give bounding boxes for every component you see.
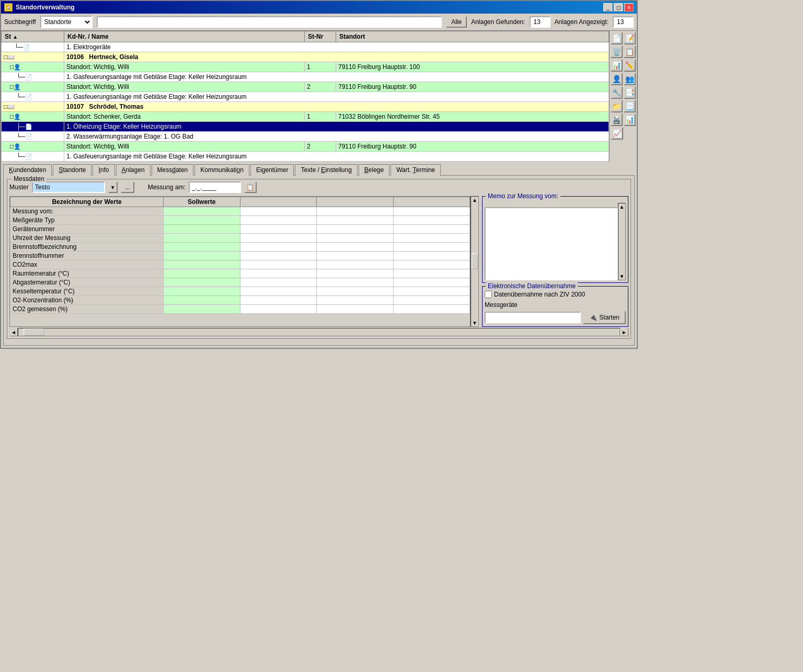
toolbar-btn-1[interactable]: 📄	[611, 32, 623, 44]
toolbar-btn-3[interactable]: 🗑️	[611, 45, 623, 58]
toolbar-btn-14[interactable]: 📊	[624, 113, 636, 126]
tabs-container: Kundendaten Standorte Info Anlagen Messd…	[1, 162, 637, 175]
toolbar-btn-6[interactable]: ✏️	[624, 59, 636, 72]
toolbar-row-3: 📊 ✏️	[611, 59, 636, 72]
hscroll-track[interactable]	[18, 328, 620, 336]
tab-belege[interactable]: Belege	[359, 164, 389, 176]
data-table-row[interactable]: Kesseltemperatur (°C)	[10, 287, 470, 296]
tab-info[interactable]: Info	[93, 164, 114, 176]
col-standort[interactable]: Standort	[336, 31, 609, 42]
right-panel: Memo zur Messung vom: ▲ ▼ Elektron	[482, 196, 628, 327]
messung-am-label: Messung am:	[148, 184, 186, 191]
data-table: Bezeichnung der Werte Sollwerte Messung …	[10, 197, 470, 314]
tab-anlagen[interactable]: Anlagen	[116, 164, 151, 176]
muster-input[interactable]	[32, 181, 105, 193]
tabs-row: Kundendaten Standorte Info Anlagen Messd…	[3, 164, 635, 175]
table-row[interactable]: □📖 10106 Hertneck, Gisela	[2, 52, 609, 62]
data-table-row[interactable]: Abgastemeratur (°C)	[10, 278, 470, 287]
hscroll-left[interactable]: ◄	[9, 328, 18, 336]
table-scrollbar[interactable]: ▲ ▼	[471, 196, 479, 327]
restore-button[interactable]: ◻	[614, 3, 623, 12]
col-val3	[393, 197, 470, 207]
table-row[interactable]: └─📄 1. Gasfeuerungsanlage mit Gebläse Et…	[2, 92, 609, 102]
datenuebernahme-row: Datenübernahme nach ZIV 2000	[485, 291, 626, 298]
search-bar: Suchbegriff Standorte Alle Anlagen Gefun…	[1, 14, 637, 31]
tab-standorte[interactable]: Standorte	[53, 164, 91, 176]
toolbar-btn-13[interactable]: 🖨️	[611, 113, 623, 126]
datenuebernahme-checkbox[interactable]	[485, 291, 492, 298]
hscroll-thumb[interactable]	[24, 328, 44, 336]
data-table-row[interactable]: Uhrzeit der Messung	[10, 234, 470, 243]
table-row[interactable]: □👤 Standort: Wichtig, Willi 1 79110 Frei…	[2, 62, 609, 72]
table-row[interactable]: □👤 Standort: Schenker, Gerda 1 71032 Böb…	[2, 112, 609, 122]
toolbar-btn-7[interactable]: 👤	[611, 73, 623, 85]
data-table-row[interactable]: Messung vom:	[10, 207, 470, 216]
table-row[interactable]: └─📄 1. Gasfeuerungsanlage mit Gebläse Et…	[2, 152, 609, 162]
messgeraete-row: 🔌 Starten	[485, 311, 626, 324]
close-button[interactable]: ✕	[624, 3, 634, 12]
table-row[interactable]: □👤 Standort: Wichtig, Willi 2 79110 Frei…	[2, 82, 609, 92]
toolbar-row-6: 📁 📃	[611, 100, 636, 112]
starten-label: Starten	[599, 314, 620, 321]
scroll-up-btn[interactable]: ▲	[472, 197, 477, 203]
toolbar-btn-15[interactable]: 📈	[611, 127, 623, 140]
data-table-row[interactable]: CO2max	[10, 260, 470, 269]
title-bar-left: 🏠 Standortverwaltung	[4, 3, 75, 12]
muster-dropdown[interactable]: ▼	[108, 181, 118, 193]
starten-button[interactable]: 🔌 Starten	[583, 311, 626, 324]
table-row[interactable]: □📖 10107 Schrödel, Thomas	[2, 102, 609, 112]
memo-scrollbar[interactable]: ▲ ▼	[618, 203, 626, 280]
messgeraete-input[interactable]	[485, 312, 581, 323]
table-row[interactable]: □👤 Standort: Wichtig, Willi 2 79110 Frei…	[2, 142, 609, 152]
table-row[interactable]: └─📄 1. Gasfeuerungsanlage mit Gebläse Et…	[2, 72, 609, 82]
scroll-down-btn[interactable]: ▼	[472, 320, 477, 326]
data-table-row[interactable]: Brennstoffnummer	[10, 252, 470, 260]
anlagen-angezeigt-label: Anlagen Angezeigt:	[555, 18, 609, 26]
col-st[interactable]: St ▲	[2, 31, 64, 42]
table-row[interactable]: ├─📄 1. Ölheizung Etage: Keller Heizungsr…	[2, 122, 609, 132]
toolbar-btn-10[interactable]: 📑	[624, 86, 636, 99]
toolbar-btn-12[interactable]: 📃	[624, 100, 636, 112]
col-kdnr[interactable]: Kd-Nr. / Name	[64, 31, 305, 42]
data-table-row[interactable]: Brennstoffbezeichnung	[10, 243, 470, 252]
memo-scroll-down[interactable]: ▼	[619, 274, 624, 279]
memo-box: Memo zur Messung vom: ▲ ▼	[482, 196, 628, 283]
toolbar-btn-9[interactable]: 🔧	[611, 86, 623, 99]
tab-eigentuemer[interactable]: Eigentümer	[250, 164, 294, 176]
toolbar-btn-4[interactable]: 📋	[624, 45, 636, 58]
toolbar-btn-2[interactable]: 📝	[624, 32, 636, 44]
hscroll-right[interactable]: ►	[620, 328, 628, 336]
table-row[interactable]: └─📄 2. Wasserwärmungsanlage Etage: 1. OG…	[2, 132, 609, 142]
memo-textarea[interactable]	[485, 207, 618, 280]
data-table-row[interactable]: CO2 gemessen (%)	[10, 305, 470, 314]
muster-label: Muster	[9, 184, 29, 191]
search-input[interactable]	[97, 16, 442, 28]
tab-messdaten[interactable]: Messdaten	[152, 164, 194, 176]
tab-kundendaten[interactable]: Kundendaten	[3, 164, 52, 176]
messung-copy-button[interactable]: 📋	[244, 181, 257, 193]
messdaten-group: Messdaten Muster ▼ ... Messung am: 📋	[7, 179, 631, 339]
toolbar-btn-8[interactable]: 👥	[624, 73, 636, 85]
toolbar-btn-5[interactable]: 📊	[611, 59, 623, 72]
tab-wart-termine[interactable]: Wart. Termine	[391, 164, 441, 176]
alle-button[interactable]: Alle	[446, 16, 467, 28]
window-title: Standortverwaltung	[16, 4, 75, 11]
col-stnr[interactable]: St-Nr	[305, 31, 336, 42]
data-table-row[interactable]: Raumtemeratur (°C)	[10, 269, 470, 278]
data-table-row[interactable]: Gerätenummer	[10, 225, 470, 234]
scroll-thumb[interactable]	[472, 254, 478, 269]
table-row[interactable]: └─📄 1. Elektrogeräte	[2, 42, 609, 52]
messung-am-input[interactable]	[189, 181, 241, 193]
data-table-row[interactable]: Meßgeräte Typ	[10, 216, 470, 225]
data-table-row[interactable]: O2-Konzentration (%)	[10, 296, 470, 305]
memo-scroll-up[interactable]: ▲	[619, 204, 624, 210]
toolbar-btn-11[interactable]: 📁	[611, 100, 623, 112]
tab-kommunikation[interactable]: Kommunikation	[194, 164, 249, 176]
muster-browse-button[interactable]: ...	[121, 181, 134, 193]
elektronik-box: Elektronische Datenübernahme Datenüberna…	[482, 286, 628, 327]
tree-table: St ▲ Kd-Nr. / Name St-Nr Standort └─📄 1.…	[1, 31, 609, 162]
minimize-button[interactable]: _	[603, 3, 613, 12]
search-select[interactable]: Standorte	[40, 16, 93, 28]
left-table-container: Bezeichnung der Werte Sollwerte Messung …	[9, 196, 471, 327]
tab-texte[interactable]: Texte / Einstellung	[295, 164, 357, 176]
